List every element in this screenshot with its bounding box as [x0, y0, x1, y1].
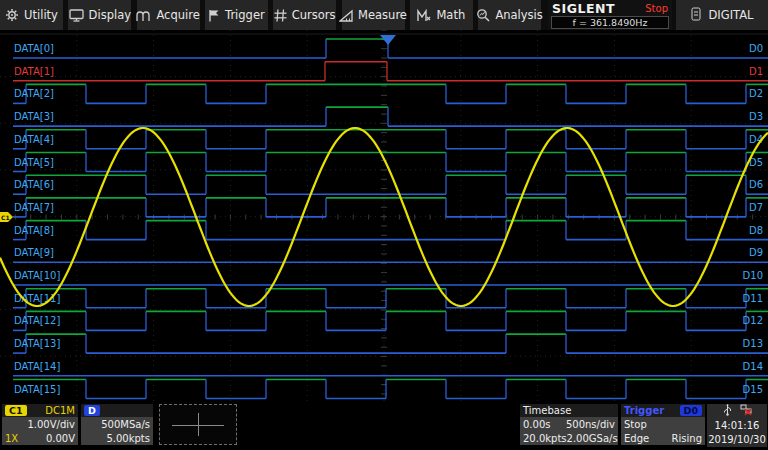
- math-icon: [417, 9, 431, 22]
- trigger-title: Trigger: [624, 405, 664, 416]
- channel-label-DATA[3][interactable]: DATA[3]: [14, 111, 54, 122]
- measure-icon: [339, 9, 353, 22]
- c1-badge: C1: [5, 405, 27, 416]
- channel-label-right-D9: D9: [749, 247, 763, 258]
- acquisition-status: Stop: [645, 3, 668, 14]
- menu-item-label: Acquire: [156, 8, 199, 22]
- timebase-points: 20.0kpts: [523, 433, 567, 444]
- digital-clipboard-icon: [691, 7, 701, 24]
- channel-label-DATA[7][interactable]: DATA[7]: [14, 202, 54, 213]
- menu-item-digital[interactable]: DIGITAL: [676, 0, 768, 30]
- menu-item-label: Measure: [358, 8, 407, 22]
- trigger-frequency-readout: f = 361.8490Hz: [551, 16, 669, 29]
- clock-date: 2019/10/30: [708, 433, 766, 446]
- channel-label-right-D12: D12: [743, 315, 763, 326]
- c1-coupling: DC1M: [45, 405, 75, 416]
- channel-label-right-D2: D2: [749, 88, 763, 99]
- channel-label-DATA[13][interactable]: DATA[13]: [14, 338, 60, 349]
- timebase-panel[interactable]: Timebase 0.00s 500ns/div 20.0kpts 2.00GS…: [520, 404, 618, 445]
- acquire-icon: [136, 9, 151, 22]
- menu-item-label: Display: [89, 8, 131, 22]
- menu-item-acquire[interactable]: Acquire: [137, 0, 200, 30]
- menu-item-cursors[interactable]: Cursors: [273, 0, 336, 30]
- d-badge: D: [84, 405, 100, 416]
- trigger-status: Stop: [624, 419, 647, 430]
- channel-label-DATA[0][interactable]: DATA[0]: [14, 43, 54, 54]
- cursors-icon: [274, 9, 287, 22]
- channel-label-right-D6: D6: [749, 179, 763, 190]
- d-sample-rate: 500MSa/s: [84, 419, 150, 430]
- channel-label-DATA[4][interactable]: DATA[4]: [14, 134, 54, 145]
- d-points: 5.00kpts: [84, 433, 150, 444]
- menu-bar: AnalysisMathMeasureCursorsTriggerAcquire…: [0, 0, 768, 30]
- trigger-type: Edge: [624, 433, 649, 444]
- display-icon: [69, 9, 84, 22]
- c1-volts-per-div: 1.00V/div: [5, 419, 75, 430]
- channel-label-DATA[1][interactable]: DATA[1]: [14, 66, 54, 77]
- channel-label-DATA[15][interactable]: DATA[15]: [14, 384, 60, 395]
- channel-label-DATA[10][interactable]: DATA[10]: [14, 270, 60, 281]
- timebase-title: Timebase: [523, 405, 571, 416]
- menu-item-label: Trigger: [225, 8, 265, 22]
- channel-label-right-D1: D1: [749, 66, 763, 77]
- channel-label-right-D13: D13: [743, 338, 763, 349]
- menu-item-analysis[interactable]: Analysis: [478, 0, 541, 30]
- flag-icon: [208, 9, 220, 22]
- trigger-slope: Rising: [672, 433, 702, 444]
- channel-label-DATA[12][interactable]: DATA[12]: [14, 315, 60, 326]
- channel-label-DATA[14][interactable]: DATA[14]: [14, 361, 60, 372]
- menu-item-utility[interactable]: Utility: [0, 0, 63, 30]
- channel-label-DATA[5][interactable]: DATA[5]: [14, 157, 54, 168]
- menu-item-label: Math: [436, 8, 465, 22]
- waveform-canvas[interactable]: DATA[0]D0DATA[1]D1DATA[2]D2DATA[3]D3DATA…: [0, 30, 768, 403]
- trigger-position-marker[interactable]: [380, 35, 396, 45]
- c1-probe-atten: 1X: [5, 433, 18, 444]
- menu-item-trigger[interactable]: Trigger: [205, 0, 268, 30]
- brand-block: SIGLENT Stop f = 361.8490Hz: [548, 0, 672, 30]
- menu-item-label: Cursors: [292, 8, 336, 22]
- menu-item-label: Analysis: [495, 8, 542, 22]
- lan-disconnected-icon: [740, 404, 752, 418]
- menu-item-display[interactable]: Display: [68, 0, 131, 30]
- oscilloscope-screen: AnalysisMathMeasureCursorsTriggerAcquire…: [0, 0, 768, 450]
- timebase-scale: 500ns/div: [566, 419, 615, 430]
- status-bar: C1 DC1M 1.00V/div 1X 0.00V D 500MSa/s 5.…: [0, 403, 768, 446]
- menu-item-measure[interactable]: Measure: [342, 0, 405, 30]
- channel-label-DATA[8][interactable]: DATA[8]: [14, 225, 54, 236]
- menu-item-math[interactable]: Math: [410, 0, 473, 30]
- trigger-source-badge: D0: [680, 405, 703, 416]
- channel-label-right-D0: D0: [749, 43, 763, 54]
- channel-label-right-D14: D14: [743, 361, 763, 372]
- timebase-delay: 0.00s: [523, 419, 550, 430]
- waveform-display[interactable]: DATA[0]D0DATA[1]D1DATA[2]D2DATA[3]D3DATA…: [0, 30, 768, 403]
- c1-offset: 0.00V: [46, 433, 75, 444]
- digital-panel[interactable]: D 500MSa/s 5.00kpts: [81, 404, 153, 445]
- channel-label-right-D10: D10: [743, 270, 763, 281]
- siglent-logo: SIGLENT: [552, 1, 615, 16]
- channel-label-DATA[9][interactable]: DATA[9]: [14, 247, 54, 258]
- channel-label-right-D11: D11: [743, 293, 763, 304]
- menu-item-label: Utility: [24, 8, 58, 22]
- datetime-panel: 14:01:16 2019/10/30: [707, 404, 767, 447]
- digital-label: DIGITAL: [709, 8, 754, 22]
- trigger-panel[interactable]: Trigger D0 Stop Edge Rising: [621, 404, 705, 445]
- channel-label-right-D3: D3: [749, 111, 763, 122]
- channel-label-right-D15: D15: [743, 384, 763, 395]
- clock-time: 14:01:16: [715, 419, 760, 432]
- channel-label-DATA[6][interactable]: DATA[6]: [14, 179, 54, 190]
- analysis-icon: [476, 8, 490, 22]
- usb-icon: [723, 404, 732, 418]
- gear-icon: [5, 8, 19, 22]
- add-channel-box[interactable]: [159, 404, 237, 445]
- channel-label-right-D7: D7: [749, 202, 763, 213]
- channel-label-DATA[2][interactable]: DATA[2]: [14, 88, 54, 99]
- svg-text:C1: C1: [1, 214, 10, 221]
- timebase-sample-rate: 2.00GSa/s: [567, 433, 618, 444]
- channel-label-right-D8: D8: [749, 225, 763, 236]
- channel1-panel[interactable]: C1 DC1M 1.00V/div 1X 0.00V: [2, 404, 78, 445]
